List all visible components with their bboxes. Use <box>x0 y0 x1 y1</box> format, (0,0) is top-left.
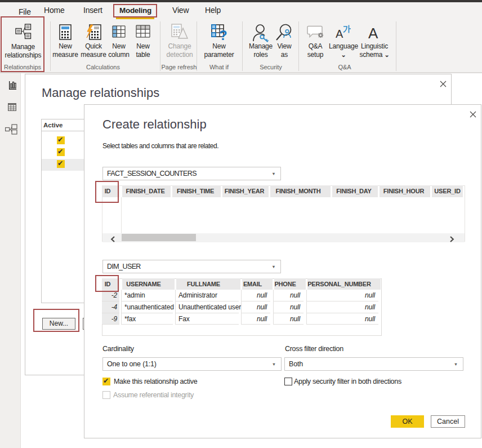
svg-text:A: A <box>336 28 343 39</box>
svg-text:?: ? <box>219 28 227 41</box>
svg-text:A: A <box>368 25 378 39</box>
